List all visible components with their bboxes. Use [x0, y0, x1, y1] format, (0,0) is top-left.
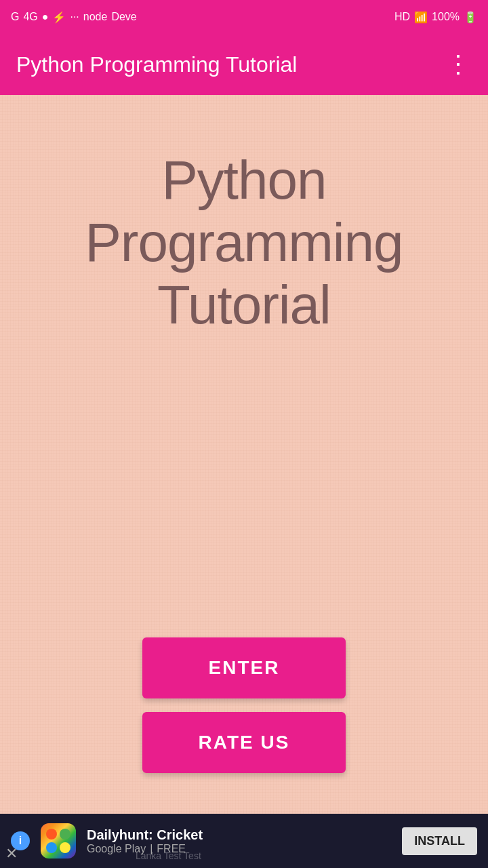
- more-options-button[interactable]: ⋮: [446, 50, 472, 79]
- battery-icon: 🔋: [464, 11, 477, 24]
- main-content: Python Programming Tutorial ENTER RATE U…: [0, 95, 488, 814]
- svg-point-0: [46, 829, 57, 840]
- ad-banner: i Dailyhunt: Cricket Google Play | FREE …: [0, 814, 488, 868]
- ad-app-icon: [41, 823, 76, 859]
- ad-app-name: Dailyhunt: Cricket: [87, 827, 391, 843]
- whatsapp-icon: ●: [42, 11, 49, 23]
- svg-point-1: [60, 829, 70, 840]
- status-left: G 4G ● ⚡ ··· node Deve: [11, 11, 137, 24]
- more-icon: ···: [70, 11, 79, 23]
- usb-icon: ⚡: [52, 11, 66, 24]
- app-bar: Python Programming Tutorial ⋮: [0, 34, 488, 95]
- ad-install-button[interactable]: INSTALL: [402, 827, 477, 855]
- status-right: HD 📶 100% 🔋: [394, 11, 477, 24]
- enter-button[interactable]: ENTER: [142, 637, 346, 698]
- status-bar: G 4G ● ⚡ ··· node Deve HD 📶 100% 🔋: [0, 0, 488, 34]
- hero-title-line1: Python: [161, 150, 326, 210]
- wifi-icon: 📶: [414, 11, 428, 24]
- network-type: 4G: [23, 11, 37, 23]
- ad-sub-text: Google Play | FREE: [87, 843, 391, 855]
- battery-text: 100%: [432, 11, 460, 23]
- svg-point-3: [60, 842, 70, 853]
- buttons-container: ENTER RATE US: [142, 637, 346, 773]
- hd-icon: HD: [394, 11, 410, 23]
- app-bar-title: Python Programming Tutorial: [16, 52, 297, 77]
- dev-text: Deve: [111, 11, 136, 23]
- hero-title-line3: Tutorial: [157, 275, 331, 335]
- ad-background-text: Lanka Test Test: [136, 850, 201, 861]
- hero-title-line2: Programming: [85, 212, 403, 273]
- mode-text: node: [83, 11, 108, 23]
- ad-close-button[interactable]: ✕: [5, 845, 18, 863]
- rate-us-button[interactable]: RATE US: [142, 712, 346, 773]
- ad-text: Dailyhunt: Cricket Google Play | FREE: [87, 827, 391, 855]
- svg-point-2: [46, 842, 57, 853]
- signal-icon: G: [11, 11, 19, 23]
- hero-title: Python Programming Tutorial: [85, 149, 403, 336]
